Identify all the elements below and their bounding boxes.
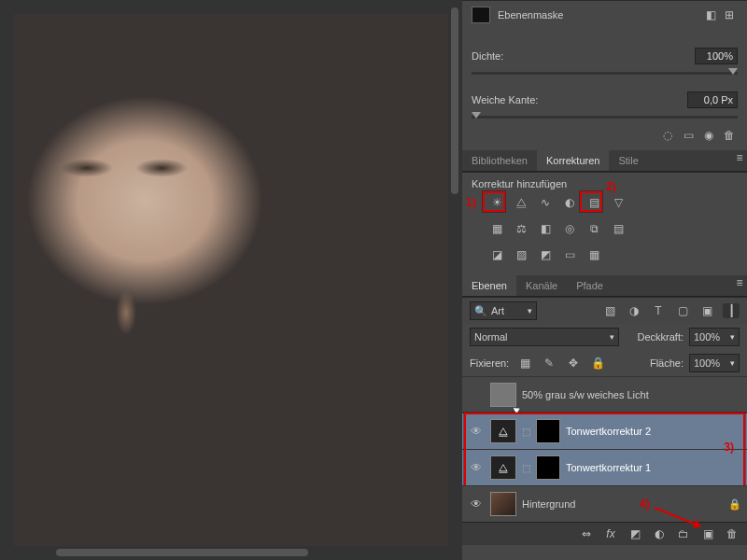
tab-styles[interactable]: Stile <box>609 150 647 171</box>
new-adjustment-icon[interactable]: ◐ <box>652 526 667 541</box>
new-group-icon[interactable]: 🗀 <box>676 526 691 541</box>
layer-row[interactable]: 👁 ⧋ ⬚ Tonwertkorrektur 1 <box>462 449 747 485</box>
visibility-toggle[interactable]: 👁 <box>468 461 485 474</box>
adjustment-thumbnail[interactable]: ⧋ <box>490 455 516 480</box>
density-slider[interactable] <box>472 72 738 75</box>
layer-name[interactable]: Tonwertkorrektur 1 <box>566 462 651 473</box>
selective-color-icon[interactable]: ▦ <box>584 245 604 264</box>
tab-paths[interactable]: Pfade <box>567 275 613 296</box>
mask-thumbnail[interactable] <box>536 419 560 443</box>
lock-position-icon[interactable]: ✥ <box>565 356 582 371</box>
annotation-1: 1) <box>466 196 476 209</box>
panel-menu-icon[interactable]: ≡ <box>730 150 747 165</box>
photo-portrait <box>14 14 448 546</box>
layers-panel: 🔍Art ▧ ◑ T ▢ ▣ ┃ Normal Deckkraft: 100% … <box>462 297 747 560</box>
annotation-2: 2) <box>606 180 616 193</box>
link-icon[interactable]: ⬚ <box>522 427 530 437</box>
density-input[interactable] <box>695 48 738 64</box>
blend-mode-label: Normal <box>474 331 507 343</box>
fill-value: 100% <box>694 357 720 369</box>
layers-menu-icon[interactable]: ≡ <box>730 275 747 290</box>
mask-view-icon[interactable]: ◧ <box>702 7 719 22</box>
visibility-toggle[interactable]: 👁 <box>468 425 485 438</box>
layer-fx-icon[interactable]: fx <box>603 526 618 541</box>
exposure-icon[interactable]: ◐ <box>559 193 580 212</box>
layer-row[interactable]: 50% grau s/w weiches Licht <box>462 376 747 413</box>
levels-icon[interactable]: ⧋ <box>511 193 531 212</box>
fill-label: Fläche: <box>650 357 684 369</box>
layer-name[interactable]: 50% grau s/w weiches Licht <box>522 389 649 400</box>
filter-toggle-icon[interactable]: ┃ <box>723 303 740 318</box>
delete-layer-icon[interactable]: 🗑 <box>725 526 740 541</box>
photo-filter-icon[interactable]: ◎ <box>559 219 580 238</box>
vibrance-icon[interactable]: ▤ <box>584 193 604 212</box>
mask-add-icon[interactable]: ⊞ <box>721 7 738 22</box>
opacity-label: Deckkraft: <box>637 331 684 343</box>
disable-mask-icon[interactable]: ◉ <box>700 128 717 143</box>
layer-row[interactable]: 👁 ⧋ ⬚ Tonwertkorrektur 2 <box>462 413 747 449</box>
link-icon[interactable]: ⬚ <box>522 463 530 473</box>
brightness-contrast-icon[interactable]: ☀ <box>486 193 507 212</box>
channel-mixer-icon[interactable]: ⧉ <box>584 219 604 238</box>
document-canvas[interactable] <box>0 0 462 560</box>
threshold-icon[interactable]: ◩ <box>535 245 556 264</box>
layer-thumbnail[interactable] <box>490 383 516 407</box>
filter-pixel-icon[interactable]: ▧ <box>601 303 618 318</box>
layer-name[interactable]: Tonwertkorrektur 2 <box>566 426 651 437</box>
fill-select[interactable]: 100% <box>689 354 740 372</box>
visibility-toggle[interactable]: 👁 <box>468 497 485 511</box>
tab-layers[interactable]: Ebenen <box>462 275 516 296</box>
lock-icon[interactable]: 🔒 <box>728 498 741 511</box>
dropdown-arrow-icon[interactable]: ▽ <box>608 193 628 212</box>
hue-sat-icon[interactable]: ▦ <box>486 219 507 238</box>
feather-slider[interactable] <box>472 116 738 119</box>
blend-mode-select[interactable]: Normal <box>470 328 619 346</box>
lock-transparency-icon[interactable]: ▦ <box>516 356 533 371</box>
lock-pixels-icon[interactable]: ✎ <box>541 356 557 371</box>
invert-icon[interactable]: ◪ <box>486 245 507 264</box>
feather-input[interactable] <box>687 91 738 108</box>
feather-label: Weiche Kante: <box>472 94 538 105</box>
annotation-3: 3) <box>724 441 734 454</box>
filter-kind-label: Art <box>491 305 504 316</box>
bw-icon[interactable]: ◧ <box>535 219 556 238</box>
annotation-4: 4) <box>640 497 650 511</box>
filter-shape-icon[interactable]: ▢ <box>674 303 691 318</box>
layer-thumbnail[interactable] <box>490 492 516 516</box>
layer-row[interactable]: 👁 Hintergrund 4) 🔒 <box>462 485 747 522</box>
link-layers-icon[interactable]: ⇔ <box>579 526 594 541</box>
opacity-value: 100% <box>694 331 720 343</box>
vertical-scrollbar[interactable] <box>451 7 458 194</box>
delete-mask-icon[interactable]: 🗑 <box>721 128 738 143</box>
mask-thumbnail[interactable] <box>536 455 560 480</box>
opacity-select[interactable]: 100% <box>689 328 740 346</box>
layer-name[interactable]: Hintergrund <box>522 498 575 510</box>
mask-thumbnail[interactable] <box>472 7 490 23</box>
adjustment-thumbnail[interactable]: ⧋ <box>490 419 516 443</box>
layer-filter-kind[interactable]: 🔍Art <box>470 301 537 320</box>
tab-adjustments[interactable]: Korrekturen <box>537 150 609 171</box>
filter-adjust-icon[interactable]: ◑ <box>626 303 642 318</box>
posterize-icon[interactable]: ▨ <box>511 245 531 264</box>
color-balance-icon[interactable]: ⚖ <box>511 219 531 238</box>
tab-channels[interactable]: Kanäle <box>516 275 567 296</box>
curves-icon[interactable]: ∿ <box>535 193 556 212</box>
color-lookup-icon[interactable]: ▤ <box>608 219 628 238</box>
layers-tabs: Ebenen Kanäle Pfade ≡ <box>462 275 747 297</box>
tab-libraries[interactable]: Bibliotheken <box>462 150 537 171</box>
gradient-map-icon[interactable]: ▭ <box>559 245 580 264</box>
adjustments-panel: Korrektur hinzufügen 1) ☀ ⧋ ∿ ◐ 2) ▤ ▽ ▦… <box>462 172 747 275</box>
filter-smart-icon[interactable]: ▣ <box>698 303 715 318</box>
invert-mask-icon[interactable]: ▭ <box>680 128 697 143</box>
add-mask-icon[interactable]: ◩ <box>627 526 642 541</box>
lock-all-icon[interactable]: 🔒 <box>589 356 606 371</box>
density-label: Dichte: <box>472 50 503 62</box>
horizontal-scrollbar[interactable] <box>56 549 308 556</box>
add-adjustment-label: Korrektur hinzufügen <box>462 173 747 191</box>
filter-type-icon[interactable]: T <box>650 303 667 318</box>
mask-from-selection-icon[interactable]: ◌ <box>659 128 676 143</box>
right-panels: Ebenenmaske ◧ ⊞ Dichte: Weiche Kante: ◌ … <box>462 0 747 560</box>
new-layer-icon[interactable]: ▣ <box>700 526 715 541</box>
properties-panel: Ebenenmaske ◧ ⊞ Dichte: Weiche Kante: ◌ … <box>462 0 747 150</box>
mask-type-label: Ebenenmaske <box>498 9 563 21</box>
